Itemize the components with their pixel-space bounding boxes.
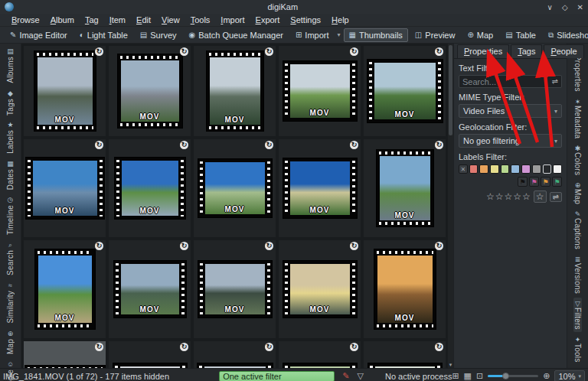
maximize-button[interactable]: ◇ (562, 3, 568, 11)
toolbar-button-preview[interactable]: ◫Preview (410, 28, 461, 42)
geo-filter-select[interactable]: No geo filtering ▾ (459, 134, 562, 148)
color-label-button-5[interactable] (521, 164, 531, 174)
rating-star-icon[interactable]: ☆ (486, 191, 495, 202)
zoom-level-select[interactable]: 10% ▾ (554, 370, 585, 381)
sidebar-tab-people[interactable]: ☺People (6, 358, 15, 381)
pick-label-flag-button-3[interactable]: ⚑ (552, 177, 562, 187)
toolbar-button-slideshow[interactable]: ⧉Slideshow (543, 28, 588, 42)
thumbnail-item[interactable]: MOV↻ (23, 239, 106, 339)
color-label-button-8[interactable] (553, 164, 562, 174)
menu-item-item[interactable]: Item (104, 15, 131, 25)
zoom-slider[interactable] (488, 375, 538, 377)
color-label-button-1[interactable] (479, 164, 488, 174)
menu-item-view[interactable]: View (156, 15, 185, 25)
menu-item-album[interactable]: Album (45, 15, 80, 25)
sidebar-tab-metadata[interactable]: ✶Metadata (573, 96, 582, 141)
thumbnail-item[interactable]: MOV↻ (108, 138, 191, 238)
rating-star-button[interactable]: ☆ (534, 190, 547, 203)
scroll-down-arrow[interactable]: ▼ (448, 363, 453, 367)
search-input[interactable]: Search... ⇌ (459, 75, 562, 88)
toolbar-button-survey[interactable]: ▤Survey (135, 28, 182, 42)
pick-label-flag-button-2[interactable]: ⚑ (541, 177, 550, 187)
search-options-icon[interactable]: ⇌ (552, 77, 558, 86)
scrollbar-thumb[interactable] (449, 45, 452, 135)
sidebar-tab-dates[interactable]: ▦Dates (6, 158, 15, 192)
tab-people[interactable]: People (544, 44, 583, 58)
fit-window-icon[interactable]: ⊞ (452, 371, 459, 381)
thumbnail-item[interactable]: MOV↻ (23, 138, 106, 238)
minimize-button[interactable]: ∨ (547, 3, 553, 11)
thumbnail-item[interactable]: MOV↻ (363, 45, 446, 137)
toolbar-button-image-editor[interactable]: ✎Image Editor (5, 28, 73, 42)
close-button[interactable]: ✕ (577, 3, 583, 11)
sidebar-tab-albums[interactable]: ▤Albums (6, 45, 15, 86)
no-color-label-button[interactable]: ✕ (459, 164, 468, 174)
color-label-button-3[interactable] (501, 164, 510, 174)
sidebar-tab-similarity[interactable]: ≈Similarity (6, 279, 15, 326)
thumbnail-item[interactable]: MOV↻ (363, 138, 446, 238)
color-label-button-7[interactable] (543, 164, 552, 174)
mime-filter-select[interactable]: Video Files ▾ (459, 104, 562, 118)
sidebar-tab-search[interactable]: ⌕Search (6, 239, 15, 278)
toolbar-button-import[interactable]: ⊞Import (290, 28, 335, 42)
thumbnail-item[interactable]: MOV↻ (278, 138, 361, 238)
thumbnail-item[interactable]: MOV↻ (363, 340, 446, 368)
zoom-100-icon[interactable]: ▦ (464, 371, 472, 381)
sidebar-tab-map[interactable]: ⊕Map (6, 327, 15, 357)
filter-funnel-icon[interactable]: ▽ (357, 371, 363, 381)
sidebar-tab-map[interactable]: ⊕Map (573, 179, 582, 207)
sidebar-tab-timeline[interactable]: ◷Timeline (6, 194, 15, 237)
sidebar-tab-colors[interactable]: ✱Colors (573, 142, 582, 177)
thumbnail-item[interactable]: MOV↻ (193, 138, 276, 238)
sidebar-tab-tools[interactable]: ✦Tools (573, 334, 582, 364)
thumbnail-item[interactable]: MOV↻ (108, 239, 191, 339)
thumbnail-item[interactable]: MOV↻ (278, 239, 361, 339)
zoom-in-icon[interactable]: ⊕ (543, 371, 550, 381)
color-label-button-4[interactable] (511, 164, 520, 174)
zoom-slider-handle[interactable] (502, 373, 509, 379)
fit-select-icon[interactable]: ⊡ (476, 371, 483, 381)
rating-options-icon[interactable]: ⇌ (550, 192, 562, 202)
sidebar-tab-versions[interactable]: ≣Versions (573, 253, 582, 296)
thumbnail-item[interactable]: MOV↻ (278, 340, 361, 368)
menu-item-settings[interactable]: Settings (285, 15, 326, 25)
toolbar-button-map[interactable]: ⊕Map (462, 28, 498, 42)
pick-label-flag-button-1[interactable]: ⚑ (529, 177, 539, 187)
chevron-down-icon[interactable]: ▾ (336, 31, 342, 38)
menu-item-tag[interactable]: Tag (80, 15, 104, 25)
pick-label-flag-button-0[interactable]: ⚑ (518, 177, 528, 187)
reset-filters-icon[interactable]: ✎ (342, 371, 349, 381)
thumbnail-item[interactable]: MOV↻ (193, 340, 276, 368)
menu-item-browse[interactable]: Browse (6, 15, 45, 25)
thumbnail-item[interactable]: MOV↻ (363, 239, 446, 339)
color-label-button-0[interactable] (469, 164, 479, 174)
sidebar-tab-filters[interactable]: ▽Filters (573, 298, 582, 332)
toolbar-button-table[interactable]: ▤Table (500, 28, 541, 42)
scrollbar[interactable]: ▼ (448, 44, 453, 368)
toolbar-button-batch-queue-manager[interactable]: ◉Batch Queue Manager (184, 28, 289, 42)
thumbnail-item[interactable]: MOV↻ (278, 45, 361, 137)
color-label-button-6[interactable] (532, 164, 541, 174)
sidebar-tab-tags[interactable]: ◆Tags (6, 87, 15, 118)
toolbar-button-thumbnails[interactable]: ▦Thumbnails (344, 28, 408, 42)
thumbnail-item[interactable]: MOV↻ (23, 340, 106, 368)
rating-star-icon[interactable]: ☆ (505, 191, 513, 202)
rating-star-icon[interactable]: ☆ (513, 191, 521, 202)
menu-item-export[interactable]: Export (250, 15, 286, 25)
rating-star-icon[interactable]: ☆ (522, 191, 531, 202)
tab-properties[interactable]: Properties (457, 44, 509, 58)
menu-item-tools[interactable]: Tools (185, 15, 216, 25)
tab-tags[interactable]: Tags (511, 44, 542, 58)
color-label-button-2[interactable] (490, 164, 499, 174)
thumbnail-item[interactable]: MOV↻ (108, 340, 191, 368)
menu-item-import[interactable]: Import (215, 15, 250, 25)
sidebar-tab-captions[interactable]: ✎Captions (573, 208, 582, 252)
toolbar-button-light-table[interactable]: ◐Light Table (74, 28, 133, 42)
thumbnail-item[interactable]: MOV↻ (193, 45, 276, 137)
menu-item-edit[interactable]: Edit (131, 15, 156, 25)
rating-star-icon[interactable]: ☆ (495, 191, 504, 202)
sidebar-tab-labels[interactable]: ★Labels (6, 119, 15, 156)
thumbnail-item[interactable]: MOV↻ (23, 45, 106, 137)
thumbnail-item[interactable]: MOV↻ (108, 45, 191, 137)
menu-item-help[interactable]: Help (326, 15, 354, 25)
